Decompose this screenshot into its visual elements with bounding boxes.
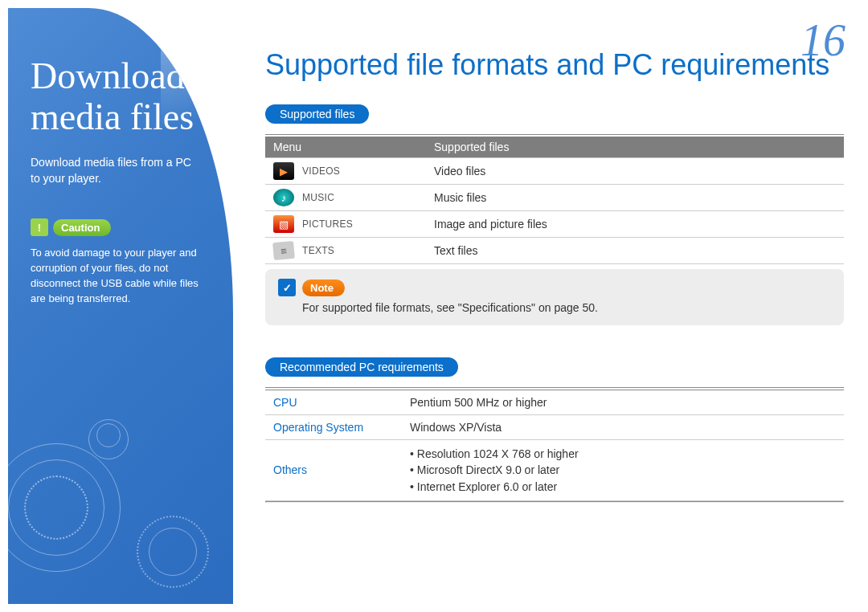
videos-icon: ▶ [273, 162, 294, 180]
note-icon: ✓ [278, 279, 296, 296]
req-value-others: Resolution 1024 X 768 or higher Microsof… [402, 440, 844, 501]
list-item: Resolution 1024 X 768 or higher [410, 446, 836, 462]
req-label-others: Others [265, 440, 402, 501]
caution-icon: ! [31, 218, 48, 236]
cell-desc: Text files [426, 238, 844, 264]
caution-badge: Caution [53, 219, 111, 236]
pictures-icon: ▧ [273, 215, 294, 233]
table-row: Operating System Windows XP/Vista [265, 415, 844, 440]
sidebar-subtitle: Download media files from a PC to your p… [31, 155, 214, 186]
table-row: ♪ MUSIC Music files [265, 185, 844, 211]
cell-desc: Music files [426, 185, 844, 211]
section-heading-requirements: Recommended PC requirements [265, 357, 458, 377]
cell-desc: Video files [426, 158, 844, 185]
music-icon: ♪ [273, 189, 294, 206]
table-row: ≡ TEXTS Text files [265, 238, 844, 264]
list-item: Internet Explorer 6.0 or later [410, 479, 836, 495]
caution-heading: ! Caution [31, 218, 214, 236]
main-content: Supported file formats and PC requiremen… [265, 48, 844, 503]
divider [265, 501, 844, 503]
note-badge: Note [302, 279, 345, 296]
req-label-os: Operating System [265, 415, 402, 440]
section-pc-requirements: Recommended PC requirements CPU Pentium … [265, 357, 844, 503]
sidebar-title-line2: media files [31, 96, 194, 137]
table-row: Others Resolution 1024 X 768 or higher M… [265, 440, 844, 501]
menu-label: TEXTS [302, 245, 334, 256]
list-item: Microsoft DirectX 9.0 or later [410, 462, 836, 478]
table-row: ▧ PICTURES Image and picture files [265, 211, 844, 238]
menu-label: VIDEOS [302, 165, 340, 177]
th-menu: Menu [265, 137, 426, 158]
sidebar-title-line1: Download [31, 55, 185, 96]
divider [265, 134, 844, 135]
table-row: CPU Pentium 500 MHz or higher [265, 390, 844, 415]
requirements-table: CPU Pentium 500 MHz or higher Operating … [265, 390, 844, 501]
req-value-os: Windows XP/Vista [402, 415, 844, 440]
cell-desc: Image and picture files [426, 211, 844, 238]
decor-circle [96, 423, 121, 447]
req-label-cpu: CPU [265, 390, 402, 415]
decor-circle [24, 475, 88, 540]
note-text: For supported file formats, see "Specifi… [278, 301, 831, 314]
decor-circle [149, 528, 197, 576]
texts-icon: ≡ [272, 241, 295, 260]
th-supported: Supported files [426, 137, 844, 158]
supported-files-table: Menu Supported files ▶ VIDEOS Video file… [265, 137, 844, 264]
divider [265, 387, 844, 388]
req-value-cpu: Pentium 500 MHz or higher [402, 390, 844, 415]
section-heading-supported: Supported files [265, 104, 369, 124]
sidebar-title: Download media files [31, 56, 214, 137]
menu-label: MUSIC [302, 192, 334, 203]
table-row: ▶ VIDEOS Video files [265, 158, 844, 185]
section-supported-files: Supported files Menu Supported files ▶ V… [265, 104, 844, 325]
caution-text: To avoid damage to your player and corru… [31, 246, 214, 306]
note-box: ✓ Note For supported file formats, see "… [265, 269, 844, 325]
sidebar: Download media files Download media file… [8, 8, 233, 604]
page-title: Supported file formats and PC requiremen… [265, 48, 844, 82]
menu-label: PICTURES [302, 218, 353, 230]
